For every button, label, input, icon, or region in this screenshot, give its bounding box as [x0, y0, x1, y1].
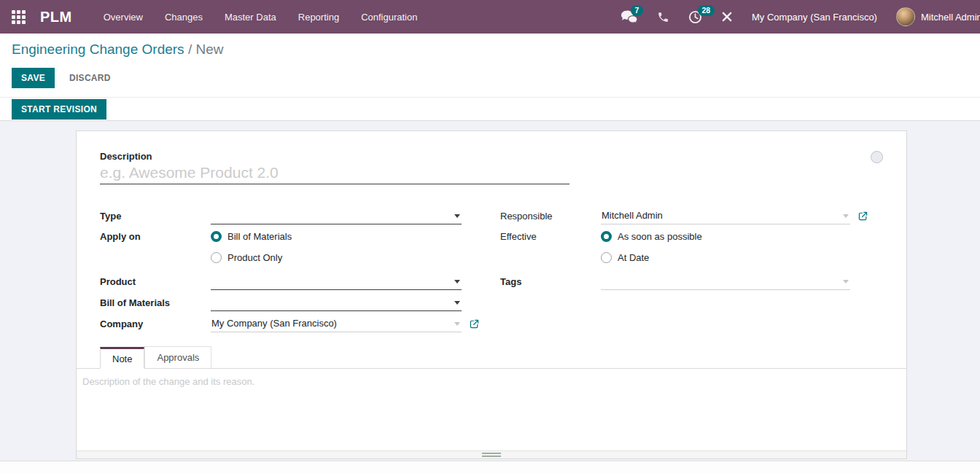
chevron-down-icon [454, 280, 460, 284]
chatter-section [0, 461, 980, 473]
grip-lines-icon [482, 453, 501, 458]
activities-badge: 28 [698, 5, 715, 17]
chevron-down-icon [843, 280, 849, 284]
chevron-down-icon [454, 214, 460, 218]
user-menu[interactable]: Mitchell Admin [896, 7, 980, 26]
apply-on-radio-bom[interactable]: Bill of Materials [211, 226, 292, 247]
tags-field[interactable] [601, 273, 850, 290]
apps-grid-icon[interactable] [12, 10, 26, 24]
responsible-external-link-icon[interactable] [858, 211, 868, 221]
note-editor[interactable]: Description of the change and its reason… [77, 369, 906, 450]
menu-overview[interactable]: Overview [93, 0, 154, 34]
company-switcher[interactable]: My Company (San Francisco) [752, 12, 877, 23]
calls-icon[interactable] [657, 11, 669, 23]
product-label: Product [100, 276, 211, 287]
company-field[interactable]: My Company (San Francisco) [211, 315, 462, 332]
chevron-down-icon [454, 322, 460, 326]
responsible-field[interactable]: Mitchell Admin [601, 207, 850, 224]
tools-icon [721, 11, 733, 23]
apply-on-label: Apply on [100, 226, 211, 247]
top-navbar: PLM Overview Changes Master Data Reporti… [0, 0, 980, 34]
radio-unselected-icon [601, 252, 612, 263]
messages-badge: 7 [631, 5, 643, 17]
chevron-down-icon [843, 214, 849, 218]
description-input[interactable] [100, 164, 569, 184]
form-sheet: Description Type Apply on [76, 130, 907, 459]
effective-label: Effective [500, 226, 601, 247]
menu-master-data[interactable]: Master Data [214, 0, 287, 34]
chevron-down-icon [454, 301, 460, 305]
type-dropdown[interactable] [211, 207, 462, 224]
control-panel: Engineering Change Orders / New SAVE DIS… [0, 34, 980, 97]
form-view-background: Description Type Apply on [0, 121, 980, 473]
breadcrumb-parent-link[interactable]: Engineering Change Orders [12, 42, 184, 57]
menu-reporting[interactable]: Reporting [287, 0, 350, 34]
breadcrumb: Engineering Change Orders / New [12, 42, 223, 58]
product-dropdown[interactable] [211, 273, 462, 290]
effective-radio-at-date[interactable]: At Date [601, 247, 649, 268]
form-statusbar: START REVISION [0, 97, 980, 121]
bill-of-materials-dropdown[interactable] [211, 294, 462, 311]
radio-selected-icon [211, 231, 222, 242]
tags-label: Tags [500, 276, 601, 287]
note-placeholder: Description of the change and its reason… [82, 376, 254, 387]
description-label: Description [100, 151, 569, 162]
user-name: Mitchell Admin [921, 12, 980, 23]
start-revision-button[interactable]: START REVISION [12, 99, 106, 120]
company-label: Company [100, 318, 211, 329]
radio-selected-icon [601, 231, 612, 242]
discard-button[interactable]: DISCARD [65, 68, 115, 88]
plm-app-window: PLM Overview Changes Master Data Reporti… [0, 0, 980, 473]
activities-icon[interactable]: 28 [688, 10, 702, 24]
type-label: Type [100, 211, 211, 222]
tools-menu[interactable] [721, 11, 733, 23]
messages-icon[interactable]: 7 [621, 10, 638, 24]
tab-note[interactable]: Note [100, 347, 144, 369]
user-avatar [896, 7, 915, 26]
responsible-label: Responsible [500, 211, 601, 222]
app-name[interactable]: PLM [40, 9, 72, 26]
save-button[interactable]: SAVE [12, 68, 55, 88]
effective-radio-asap[interactable]: As soon as possible [601, 226, 702, 247]
breadcrumb-separator: / [188, 42, 192, 57]
tab-approvals[interactable]: Approvals [144, 346, 211, 368]
apply-on-radio-product-only[interactable]: Product Only [211, 247, 282, 268]
radio-unselected-icon [211, 252, 222, 263]
notebook-tabs: Note Approvals [77, 347, 906, 369]
breadcrumb-current: New [195, 42, 223, 57]
note-resize-handle[interactable] [77, 450, 906, 459]
company-external-link-icon[interactable] [470, 319, 479, 329]
menu-changes[interactable]: Changes [154, 0, 214, 34]
field-group-right: Responsible Mitchell Admin [500, 206, 883, 334]
menu-configuration[interactable]: Configuration [350, 0, 428, 34]
field-group-left: Type Apply on Bill of Materials [100, 206, 481, 334]
phone-icon [657, 11, 669, 23]
bill-of-materials-label: Bill of Materials [100, 297, 211, 308]
